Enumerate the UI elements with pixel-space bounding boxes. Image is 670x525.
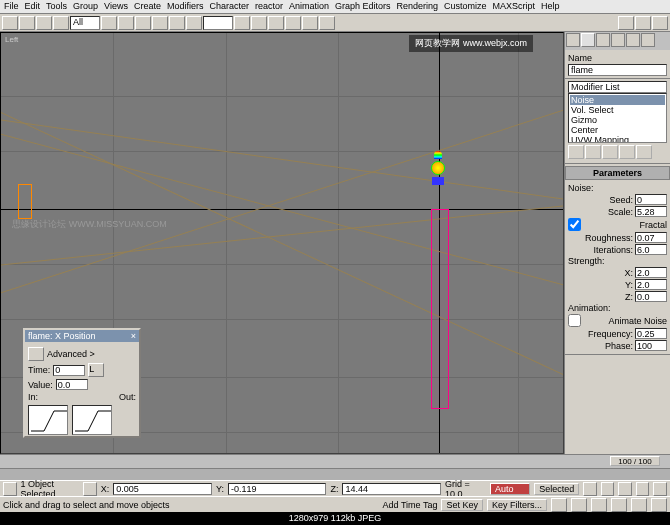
setkey-button[interactable]: Set Key <box>441 499 483 511</box>
link-button[interactable] <box>36 16 52 30</box>
selection-filter[interactable]: All <box>70 16 100 30</box>
scale-button[interactable] <box>186 16 202 30</box>
lock-button[interactable] <box>3 482 17 496</box>
pin-stack-button[interactable] <box>568 145 584 159</box>
coord-y-input[interactable] <box>228 483 327 495</box>
pan-button[interactable] <box>611 498 627 512</box>
menu-reactor[interactable]: reactor <box>255 1 283 12</box>
object-box[interactable] <box>18 184 32 219</box>
angle-snap-button[interactable] <box>302 16 318 30</box>
fractal-checkbox[interactable] <box>568 218 581 231</box>
close-icon[interactable]: × <box>131 331 136 341</box>
undo-button[interactable] <box>2 16 18 30</box>
ref-coord-dropdown[interactable] <box>203 16 233 30</box>
curve-time-input[interactable] <box>53 365 85 376</box>
mod-volselect[interactable]: Vol. Select <box>570 105 665 115</box>
remove-mod-button[interactable] <box>619 145 635 159</box>
autokey-button[interactable]: Auto Key <box>490 483 530 495</box>
move-button[interactable] <box>152 16 168 30</box>
advanced-toggle[interactable]: Advanced > <box>47 349 95 359</box>
coord-z-input[interactable] <box>342 483 441 495</box>
menu-create[interactable]: Create <box>134 1 161 12</box>
strength-z-input[interactable] <box>635 291 667 302</box>
out-tangent-button[interactable] <box>72 405 112 435</box>
lock-selection-button[interactable] <box>83 482 97 496</box>
strength-y-input[interactable] <box>635 279 667 290</box>
animate-noise-checkbox[interactable] <box>568 314 581 327</box>
menu-tools[interactable]: Tools <box>46 1 67 12</box>
motion-tab[interactable] <box>611 33 625 47</box>
display-tab[interactable] <box>626 33 640 47</box>
scale-input[interactable] <box>635 206 667 217</box>
goto-start-button[interactable] <box>583 482 597 496</box>
frequency-input[interactable] <box>635 328 667 339</box>
select-region-button[interactable] <box>135 16 151 30</box>
select-button[interactable] <box>101 16 117 30</box>
quick-render-button[interactable] <box>652 16 668 30</box>
material-button[interactable] <box>618 16 634 30</box>
hierarchy-tab[interactable] <box>596 33 610 47</box>
rotate-button[interactable] <box>169 16 185 30</box>
select-name-button[interactable] <box>118 16 134 30</box>
wireframe-object[interactable] <box>431 209 449 409</box>
menu-grapheditors[interactable]: Graph Editors <box>335 1 391 12</box>
mod-noise[interactable]: Noise <box>570 95 665 105</box>
in-tangent-button[interactable] <box>28 405 68 435</box>
menu-rendering[interactable]: Rendering <box>397 1 439 12</box>
time-lock-button[interactable]: L <box>88 363 104 377</box>
iterations-input[interactable] <box>635 244 667 255</box>
create-tab[interactable] <box>566 33 580 47</box>
menu-customize[interactable]: Customize <box>444 1 487 12</box>
curve-editor-window[interactable]: flame: X Position × Advanced > Time: L V… <box>23 328 141 438</box>
next-frame-button[interactable] <box>636 482 650 496</box>
render-scene-button[interactable] <box>635 16 651 30</box>
keyfilters-button[interactable]: Key Filters... <box>487 499 547 511</box>
menu-file[interactable]: File <box>4 1 19 12</box>
menu-help[interactable]: Help <box>541 1 560 12</box>
menu-modifiers[interactable]: Modifiers <box>167 1 204 12</box>
mod-center[interactable]: Center <box>570 125 665 135</box>
track-bar[interactable] <box>0 468 670 480</box>
menu-animation[interactable]: Animation <box>289 1 329 12</box>
arc-rotate-button[interactable] <box>631 498 647 512</box>
modifier-list-dropdown[interactable]: Modifier List <box>568 81 667 93</box>
configure-button[interactable] <box>636 145 652 159</box>
roughness-input[interactable] <box>635 232 667 243</box>
time-slider[interactable]: 100 / 100 <box>0 454 670 468</box>
mirror-button[interactable] <box>251 16 267 30</box>
selected-dropdown[interactable]: Selected <box>534 483 579 495</box>
seed-input[interactable] <box>635 194 667 205</box>
curve-key-button[interactable] <box>28 347 44 361</box>
zoom-all-button[interactable] <box>571 498 587 512</box>
parameters-header[interactable]: Parameters <box>565 166 670 180</box>
add-time-tag[interactable]: Add Time Tag <box>383 500 438 510</box>
align-button[interactable] <box>268 16 284 30</box>
object-name-input[interactable] <box>568 64 667 76</box>
modify-tab[interactable] <box>581 33 595 47</box>
menu-maxscript[interactable]: MAXScript <box>493 1 536 12</box>
zoom-extents-button[interactable] <box>591 498 607 512</box>
pivot-button[interactable] <box>234 16 250 30</box>
mod-uvw[interactable]: UVW Mapping <box>570 135 665 143</box>
menu-character[interactable]: Character <box>209 1 249 12</box>
zoom-button[interactable] <box>551 498 567 512</box>
goto-end-button[interactable] <box>653 482 667 496</box>
percent-snap-button[interactable] <box>319 16 335 30</box>
menu-views[interactable]: Views <box>104 1 128 12</box>
play-button[interactable] <box>618 482 632 496</box>
make-unique-button[interactable] <box>602 145 618 159</box>
redo-button[interactable] <box>19 16 35 30</box>
curve-value-input[interactable] <box>56 379 88 390</box>
flame-object[interactable] <box>428 151 448 201</box>
phase-input[interactable] <box>635 340 667 351</box>
menu-edit[interactable]: Edit <box>25 1 41 12</box>
snap-button[interactable] <box>285 16 301 30</box>
prev-frame-button[interactable] <box>601 482 615 496</box>
unlink-button[interactable] <box>53 16 69 30</box>
utilities-tab[interactable] <box>641 33 655 47</box>
coord-x-input[interactable] <box>113 483 212 495</box>
show-result-button[interactable] <box>585 145 601 159</box>
time-slider-knob[interactable]: 100 / 100 <box>610 456 660 466</box>
menu-group[interactable]: Group <box>73 1 98 12</box>
strength-x-input[interactable] <box>635 267 667 278</box>
